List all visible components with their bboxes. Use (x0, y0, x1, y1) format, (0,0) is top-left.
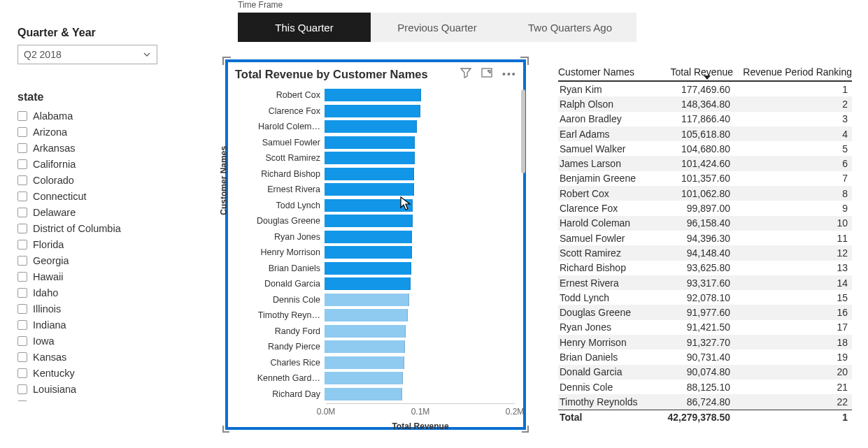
filter-icon[interactable] (460, 67, 471, 80)
table-row[interactable]: Richard Bishop93,625.8013 (558, 261, 852, 275)
table-row[interactable]: Samuel Walker104,680.805 (558, 141, 852, 156)
col-header-revenue[interactable]: Total Revenue (656, 66, 733, 78)
checkbox-icon[interactable] (17, 336, 27, 346)
bar-fill[interactable] (325, 199, 413, 212)
table-row[interactable]: Benjamin Greene101,357.607 (558, 171, 852, 186)
table-row[interactable]: Brian Daniels90,731.4019 (558, 349, 852, 364)
bar-row[interactable]: Samuel Fowler (243, 135, 516, 151)
checkbox-icon[interactable] (17, 272, 27, 282)
bar-fill[interactable] (325, 388, 402, 400)
quarter-year-dropdown[interactable]: Q2 2018 (17, 45, 157, 64)
state-option[interactable]: Louisiana (17, 381, 178, 397)
state-option[interactable]: California (17, 156, 178, 172)
timeframe-button[interactable]: This Quarter (238, 13, 371, 42)
state-list[interactable]: AlabamaArizonaArkansasCaliforniaColorado… (17, 108, 178, 401)
bar-row[interactable]: Douglas Greene (243, 213, 516, 229)
table-row[interactable]: Aaron Bradley117,866.403 (558, 112, 852, 127)
table-row[interactable]: Todd Lynch92,078.1015 (558, 290, 852, 305)
state-option[interactable]: Kansas (17, 349, 178, 365)
bar-row[interactable]: Robert Cox (243, 87, 516, 103)
bar-fill[interactable] (325, 372, 403, 384)
col-header-customer[interactable]: Customer Names (558, 66, 656, 78)
checkbox-icon[interactable] (17, 175, 27, 185)
bar-row[interactable]: Ernest Rivera (243, 182, 516, 198)
bar-row[interactable]: Randy Pierce (243, 339, 516, 355)
bar-row[interactable]: Scott Ramirez (243, 150, 516, 166)
state-option[interactable]: Hawaii (17, 268, 178, 284)
state-option[interactable]: Colorado (17, 172, 178, 188)
table-row[interactable]: Clarence Fox99,897.009 (558, 201, 852, 215)
bar-row[interactable]: Timothy Reyn… (243, 308, 516, 324)
checkbox-icon[interactable] (17, 368, 27, 378)
bar-row[interactable]: Kenneth Gard… (243, 370, 516, 386)
table-row[interactable]: Henry Morrison91,327.7018 (558, 335, 852, 349)
bar-row[interactable]: Donald Garcia (243, 276, 516, 292)
checkbox-icon[interactable] (17, 111, 27, 121)
checkbox-icon[interactable] (17, 224, 27, 233)
checkbox-icon[interactable] (17, 320, 27, 330)
table-row[interactable]: James Larson101,424.606 (558, 156, 852, 171)
table-row[interactable]: Scott Ramirez94,148.4012 (558, 245, 852, 260)
revenue-bar-chart-visual[interactable]: Total Revenue by Customer Names Customer… (225, 59, 526, 430)
timeframe-button[interactable]: Previous Quarter (371, 13, 504, 42)
bar-fill[interactable] (325, 120, 417, 133)
table-row[interactable]: Ryan Jones91,421.5017 (558, 320, 852, 335)
state-option[interactable]: Alabama (17, 108, 178, 124)
state-option[interactable]: Florida (17, 236, 178, 252)
revenue-table-visual[interactable]: Customer Names Total Revenue Revenue Per… (558, 66, 852, 423)
bar-fill[interactable] (325, 340, 405, 353)
bar-row[interactable]: Harold Colem… (243, 119, 516, 135)
state-option[interactable]: Iowa (17, 333, 178, 349)
checkbox-icon[interactable] (17, 288, 27, 298)
table-row[interactable]: Ralph Olson148,364.802 (558, 96, 852, 111)
state-option[interactable]: District of Columbia (17, 220, 178, 236)
state-option[interactable]: Georgia (17, 252, 178, 268)
state-option[interactable]: Indiana (17, 317, 178, 333)
bar-fill[interactable] (325, 136, 415, 149)
state-option[interactable]: Idaho (17, 284, 178, 301)
timeframe-button[interactable]: Two Quarters Ago (504, 13, 636, 42)
checkbox-icon[interactable] (17, 127, 27, 137)
table-row[interactable]: Earl Adams105,618.804 (558, 127, 852, 141)
state-option[interactable]: Kentucky (17, 365, 178, 381)
checkbox-icon[interactable] (17, 384, 27, 394)
table-row[interactable]: Donald Garcia90,074.8020 (558, 365, 852, 380)
more-options-icon[interactable]: ••• (502, 68, 517, 80)
bar-fill[interactable] (325, 356, 404, 369)
bar-row[interactable]: Randy Ford (243, 324, 516, 340)
bar-row[interactable]: Todd Lynch (243, 198, 516, 214)
state-option[interactable]: Arkansas (17, 140, 178, 156)
bar-row[interactable]: Ryan Jones (243, 229, 516, 245)
state-option[interactable]: Illinois (17, 301, 178, 317)
checkbox-icon[interactable] (17, 240, 27, 250)
checkbox-icon[interactable] (17, 192, 27, 201)
bar-row[interactable]: Brian Daniels (243, 261, 516, 277)
bar-fill[interactable] (325, 262, 411, 275)
table-row[interactable]: Ernest Rivera93,317.6014 (558, 275, 852, 290)
checkbox-icon[interactable] (17, 352, 27, 362)
bar-fill[interactable] (325, 325, 406, 338)
bar-fill[interactable] (325, 152, 415, 164)
bar-fill[interactable] (325, 105, 420, 117)
bar-row[interactable]: Clarence Fox (243, 103, 516, 120)
table-row[interactable]: Dennis Cole88,125.1021 (558, 380, 852, 394)
bar-fill[interactable] (325, 277, 411, 290)
state-option[interactable]: Connecticut (17, 188, 178, 204)
table-row[interactable]: Ryan Kim177,469.601 (558, 82, 852, 96)
table-row[interactable]: Samuel Fowler94,396.3011 (558, 231, 852, 245)
bar-fill[interactable] (325, 215, 413, 227)
focus-mode-icon[interactable] (481, 67, 492, 80)
checkbox-icon[interactable] (17, 159, 27, 169)
col-header-ranking[interactable]: Revenue Period Ranking (733, 66, 852, 78)
bar-row[interactable]: Richard Bishop (243, 166, 516, 182)
bar-row[interactable]: Henry Morrison (243, 245, 516, 261)
checkbox-icon[interactable] (17, 143, 27, 153)
bar-fill[interactable] (325, 168, 414, 180)
checkbox-icon[interactable] (17, 208, 27, 217)
state-option[interactable]: Arizona (17, 124, 178, 140)
checkbox-icon[interactable] (17, 256, 27, 266)
table-row[interactable]: Timothy Reynolds86,724.8022 (558, 394, 852, 409)
bar-fill[interactable] (325, 231, 412, 243)
bar-row[interactable]: Dennis Cole (243, 292, 516, 308)
chart-scrollbar[interactable] (521, 89, 525, 173)
